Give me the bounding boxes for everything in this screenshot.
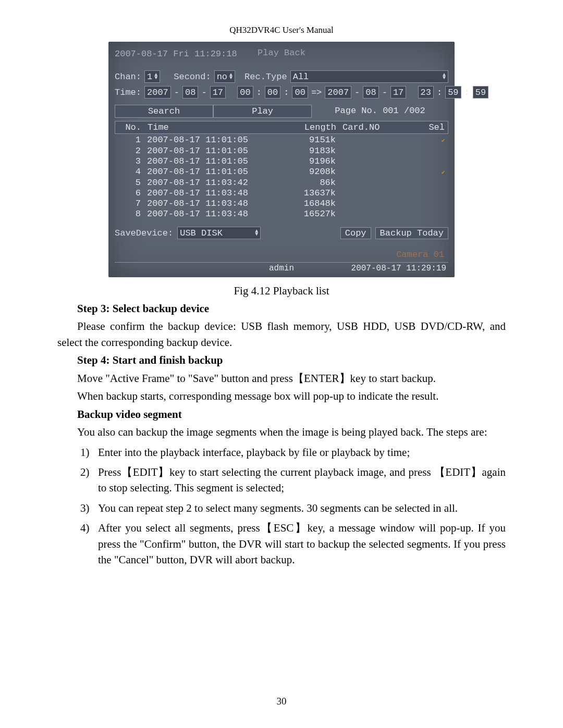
cell-no: 4 — [115, 167, 144, 178]
cell-card — [339, 156, 413, 167]
cell-sel[interactable]: ✔ — [413, 167, 448, 178]
col-card: Card.NO — [339, 121, 413, 133]
cell-time: 2007-08-17 11:03:48 — [144, 209, 275, 219]
chan-select[interactable]: 1 — [144, 70, 160, 83]
savedevice-value: USB DISK — [180, 228, 253, 238]
from-month[interactable]: 08 — [182, 86, 198, 98]
to-sec[interactable]: 59 — [473, 86, 488, 98]
savedevice-label: SaveDevice: — [115, 228, 173, 238]
table-header: No. Time Length Card.NO Sel — [115, 121, 448, 134]
table-row[interactable]: 32007-08-17 11:01:059196k — [115, 156, 448, 167]
step3-text: Please confirm the backup device: USB fl… — [57, 318, 506, 350]
backup-today-button[interactable]: Backup Today — [375, 227, 448, 239]
list-text: After you select all segments, press【ESC… — [98, 520, 506, 567]
step-list: 1)Enter into the playback interface, pla… — [80, 445, 506, 568]
list-item: 2)Press【EDIT】key to start selecting the … — [80, 464, 506, 496]
to-month[interactable]: 08 — [363, 86, 378, 98]
table-row[interactable]: 22007-08-17 11:01:059183k — [115, 146, 448, 156]
cell-sel[interactable] — [413, 188, 448, 199]
cell-time: 2007-08-17 11:01:05 — [144, 146, 275, 156]
table-row[interactable]: 62007-08-17 11:03:4813637k — [115, 188, 448, 199]
to-day[interactable]: 17 — [390, 86, 406, 98]
to-min[interactable]: 59 — [445, 86, 461, 98]
cell-length: 9196k — [275, 156, 339, 167]
cell-sel[interactable] — [413, 209, 448, 219]
bvs-title: Backup video segment — [77, 408, 182, 421]
rectype-label: Rec.Type — [244, 72, 287, 82]
list-text: Press【EDIT】key to start selecting the cu… — [98, 464, 506, 496]
savedevice-select[interactable]: USB DISK — [177, 227, 261, 239]
time-arrow: => — [311, 88, 322, 97]
table-body: 12007-08-17 11:01:059151k✔22007-08-17 11… — [115, 134, 448, 220]
col-no: No. — [115, 121, 144, 133]
cell-sel[interactable] — [413, 178, 448, 188]
to-year[interactable]: 2007 — [325, 86, 351, 98]
footer-user: admin — [269, 264, 294, 273]
cell-card — [339, 188, 413, 199]
page-header: QH32DVR4C User's Manual — [57, 25, 506, 35]
table-row[interactable]: 12007-08-17 11:01:059151k✔ — [115, 135, 448, 146]
spinner-icon[interactable] — [255, 230, 258, 236]
step4-p1: Move "Active Frame" to "Save" button and… — [57, 371, 506, 386]
cell-no: 2 — [115, 146, 144, 156]
cell-card — [339, 209, 413, 219]
cell-sel[interactable] — [413, 146, 448, 156]
table-row[interactable]: 82007-08-17 11:03:4816527k — [115, 209, 448, 219]
dvr-footer: admin 2007-08-17 11:29:19 — [115, 262, 448, 273]
cell-no: 6 — [115, 188, 144, 199]
list-item: 4)After you select all segments, press【E… — [80, 520, 506, 567]
rectype-select[interactable]: All — [290, 70, 448, 83]
second-select[interactable]: no — [214, 70, 235, 83]
from-min[interactable]: 00 — [265, 86, 280, 98]
spinner-icon[interactable] — [154, 73, 157, 80]
cell-time: 2007-08-17 11:03:42 — [144, 178, 275, 188]
to-hour[interactable]: 23 — [418, 86, 434, 98]
second-label: Second: — [174, 72, 211, 82]
page-indicator: Page No. 001 /002 — [312, 105, 448, 118]
footer-timestamp: 2007-08-17 11:29:19 — [351, 264, 446, 273]
search-button[interactable]: Search — [115, 105, 213, 118]
document-body: Step 3: Select backup device Please conf… — [57, 301, 506, 568]
from-sec[interactable]: 00 — [292, 86, 308, 98]
play-button[interactable]: Play — [213, 105, 312, 118]
step3-title: Step 3: Select backup device — [77, 301, 506, 316]
copy-button[interactable]: Copy — [340, 227, 371, 239]
cell-no: 7 — [115, 199, 144, 209]
table-row[interactable]: 72007-08-17 11:03:4816848k — [115, 199, 448, 209]
cell-no: 1 — [115, 135, 144, 146]
from-day[interactable]: 17 — [210, 86, 226, 98]
list-number: 2) — [80, 464, 98, 496]
list-item: 1)Enter into the playback interface, pla… — [80, 445, 506, 460]
col-sel: Sel — [413, 121, 448, 133]
list-text: Enter into the playback interface, playb… — [98, 445, 506, 460]
cell-sel[interactable]: ✔ — [413, 135, 448, 146]
camera-label: Camera 01 — [396, 250, 444, 260]
cell-length: 16527k — [275, 209, 339, 219]
time-label: Time: — [115, 88, 141, 97]
cell-sel[interactable] — [413, 156, 448, 167]
cell-time: 2007-08-17 11:01:05 — [144, 167, 275, 178]
cell-time: 2007-08-17 11:03:48 — [144, 199, 275, 209]
cell-no: 3 — [115, 156, 144, 167]
dvr-playback-window: 2007-08-17 Fri 11:29:18 Play Back Chan: … — [108, 42, 455, 277]
list-number: 3) — [80, 500, 98, 516]
from-hour[interactable]: 00 — [237, 86, 253, 98]
second-value: no — [217, 72, 227, 82]
page-number: 30 — [0, 696, 563, 707]
list-text: You can repeat step 2 to select many seg… — [98, 500, 506, 516]
cell-time: 2007-08-17 11:01:05 — [144, 156, 275, 167]
check-icon: ✔ — [442, 169, 445, 176]
cell-card — [339, 178, 413, 188]
spinner-icon[interactable] — [443, 73, 446, 80]
spinner-icon[interactable] — [229, 73, 232, 80]
cell-card — [339, 199, 413, 209]
cell-length: 9208k — [275, 167, 339, 178]
step4-title: Step 4: Start and finish backup — [77, 352, 506, 368]
from-year[interactable]: 2007 — [144, 86, 171, 98]
table-row[interactable]: 52007-08-17 11:03:4286k — [115, 178, 448, 188]
cell-sel[interactable] — [413, 199, 448, 209]
chan-label: Chan: — [115, 72, 141, 82]
table-row[interactable]: 42007-08-17 11:01:059208k✔ — [115, 167, 448, 178]
check-icon: ✔ — [442, 137, 445, 144]
cell-no: 8 — [115, 209, 144, 219]
